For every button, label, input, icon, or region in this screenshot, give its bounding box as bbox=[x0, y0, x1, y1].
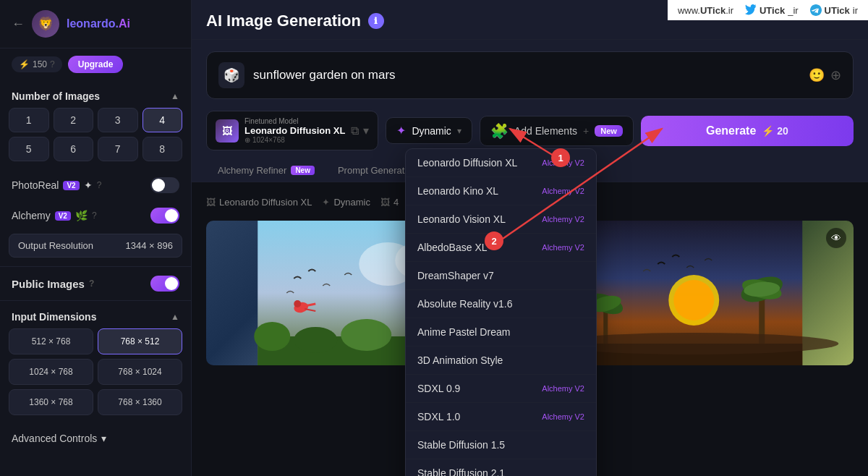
tab-alchemy-badge: New bbox=[291, 166, 315, 175]
dim-1360x768[interactable]: 1360 × 768 bbox=[9, 389, 93, 415]
dim-768x1024[interactable]: 768 × 1024 bbox=[98, 359, 182, 385]
photoreal-toggle[interactable] bbox=[150, 177, 179, 193]
dropdown-item-sdxl09[interactable]: SDXL 0.9 Alchemy V2 bbox=[406, 375, 596, 403]
num-btn-4[interactable]: 4 bbox=[142, 108, 183, 132]
alchemy-help: ? bbox=[92, 211, 97, 221]
advanced-controls-button[interactable]: Advanced Controls ▾ bbox=[0, 424, 191, 453]
dim-768x512[interactable]: 768 × 512 bbox=[98, 328, 182, 354]
dim-grid: 512 × 768 768 × 512 1024 × 768 768 × 102… bbox=[9, 328, 182, 424]
credits-row: ⚡ 150 ? Upgrade bbox=[0, 48, 191, 80]
photoreal-row: PhotoReal V2 ✦ ? bbox=[0, 170, 191, 200]
input-dim-section-header[interactable]: Input Dimensions ▲ bbox=[0, 301, 191, 328]
dropdown-item-anime[interactable]: Anime Pastel Dream bbox=[406, 318, 596, 347]
dropdown-item-lvxl[interactable]: Leonardo Vision XL Alchemy V2 bbox=[406, 205, 596, 234]
photoreal-help: ? bbox=[97, 180, 102, 190]
photoreal-text: PhotoReal bbox=[12, 179, 59, 191]
num-btn-8[interactable]: 8 bbox=[142, 137, 183, 161]
dropdown-item-3d[interactable]: 3D Animation Style bbox=[406, 347, 596, 375]
meta-style-name: Dynamic bbox=[333, 197, 370, 208]
add-elements-button[interactable]: 🧩 Add Elements + New bbox=[480, 116, 634, 146]
dropdown-item-albedo[interactable]: AlbedoBase XL Alchemy V2 bbox=[406, 234, 596, 262]
advanced-chevron-icon: ▾ bbox=[101, 433, 106, 444]
eye-icon-2[interactable]: 👁 bbox=[826, 228, 846, 248]
model-name: Leonardo Diffusion XL bbox=[244, 125, 345, 136]
prompt-input[interactable] bbox=[253, 68, 800, 82]
advanced-controls-label: Advanced Controls bbox=[12, 433, 97, 444]
watermark-telegram: UTickir bbox=[810, 4, 858, 16]
alchemy-label: Alchemy V2 🌿 ? bbox=[12, 210, 97, 221]
alchemy-text: Alchemy bbox=[12, 210, 51, 221]
back-icon[interactable]: ← bbox=[12, 17, 25, 32]
meta-style: ✦ Dynamic bbox=[322, 197, 370, 208]
photoreal-badge: V2 bbox=[63, 181, 79, 190]
add-elements-new-badge: New bbox=[595, 125, 623, 137]
num-images-section-header[interactable]: Number of Images ▲ bbox=[0, 80, 191, 108]
input-dim-title: Input Dimensions bbox=[12, 311, 96, 323]
num-btn-3[interactable]: 3 bbox=[98, 108, 138, 132]
info-icon: ℹ bbox=[368, 13, 384, 29]
dropdown-item-ldxl[interactable]: Leonardo Diffusion XL Alchemy V2 bbox=[406, 149, 596, 177]
credits-help: ? bbox=[50, 59, 55, 69]
prompt-icon-extra[interactable]: ⊕ bbox=[830, 67, 841, 83]
alchemy-star: 🌿 bbox=[75, 210, 88, 221]
dim-1024x768[interactable]: 1024 × 768 bbox=[9, 359, 93, 385]
add-elements-plus: + bbox=[583, 125, 589, 137]
public-images-help: ? bbox=[89, 279, 94, 289]
dropdown-item-sdxl10[interactable]: SDXL 1.0 Alchemy V2 bbox=[406, 403, 596, 431]
num-images-chevron: ▲ bbox=[171, 91, 179, 101]
watermark-twitter: UTick_ir bbox=[745, 4, 799, 16]
dim-512x768[interactable]: 512 × 768 bbox=[9, 328, 93, 354]
public-images-label: Public Images ? bbox=[12, 278, 94, 290]
model-dropdown-icon[interactable]: ▾ bbox=[363, 124, 369, 137]
dim-768x1360[interactable]: 768 × 1360 bbox=[98, 389, 182, 415]
dropdown-item-dreamshaper[interactable]: DreamShaper v7 bbox=[406, 262, 596, 290]
generate-button[interactable]: Generate ⚡ 20 bbox=[641, 116, 854, 146]
model-thumbnail: 🖼 bbox=[216, 119, 239, 143]
input-dim-chevron: ▲ bbox=[171, 312, 179, 322]
lightning-icon: ⚡ bbox=[19, 59, 30, 69]
svg-point-7 bbox=[294, 327, 337, 353]
add-elements-icon: 🧩 bbox=[490, 122, 509, 140]
model-actions: ⧉ ▾ bbox=[351, 124, 369, 137]
prompt-box: 🎲 🙂 ⊕ bbox=[206, 51, 854, 99]
svg-point-8 bbox=[341, 319, 391, 351]
upgrade-button[interactable]: Upgrade bbox=[68, 56, 124, 73]
style-name: Dynamic bbox=[412, 125, 451, 137]
num-btn-2[interactable]: 2 bbox=[54, 108, 94, 132]
meta-count: 🖼 4 bbox=[380, 197, 399, 208]
watermark-url: www.UTick.ir bbox=[678, 5, 733, 16]
style-selector[interactable]: ✦ Dynamic ▾ bbox=[386, 117, 472, 144]
prompt-icon-smiley[interactable]: 🙂 bbox=[809, 67, 825, 83]
model-info: Finetuned Model Leonardo Diffusion XL ⊕ … bbox=[244, 117, 345, 144]
public-images-toggle[interactable] bbox=[150, 276, 179, 292]
num-btn-1[interactable]: 1 bbox=[9, 108, 49, 132]
photoreal-label: PhotoReal V2 ✦ ? bbox=[12, 179, 101, 191]
alchemy-badge: V2 bbox=[55, 211, 71, 221]
gen-cost-value: 20 bbox=[777, 125, 788, 137]
main-content: www.UTick.ir UTick_ir UTickir AI Image G… bbox=[192, 0, 868, 476]
svg-point-4 bbox=[294, 300, 301, 307]
tab-alchemy-refiner[interactable]: Alchemy Refiner New bbox=[206, 159, 326, 182]
dropdown-item-lkxl[interactable]: Leonardo Kino XL Alchemy V2 bbox=[406, 177, 596, 205]
output-resolution: Output Resolution 1344 × 896 bbox=[9, 234, 182, 258]
dropdown-item-sd15[interactable]: Stable Diffusion 1.5 bbox=[406, 431, 596, 459]
meta-model: 🖼 Leonardo Diffusion XL bbox=[206, 197, 312, 208]
model-copy-icon[interactable]: ⧉ bbox=[351, 124, 359, 137]
model-selector[interactable]: 🖼 Finetuned Model Leonardo Diffusion XL … bbox=[206, 111, 378, 150]
dropdown-item-sd21[interactable]: Stable Diffusion 2.1 bbox=[406, 459, 596, 476]
alchemy-toggle[interactable] bbox=[150, 208, 179, 224]
meta-count-value: 4 bbox=[393, 197, 399, 208]
num-btn-5[interactable]: 5 bbox=[9, 137, 49, 161]
num-images-grid: 1 2 3 4 5 6 7 8 bbox=[0, 108, 191, 170]
num-btn-6[interactable]: 6 bbox=[54, 137, 94, 161]
input-dimensions: 512 × 768 768 × 512 1024 × 768 768 × 102… bbox=[0, 328, 191, 424]
svg-point-6 bbox=[254, 322, 290, 351]
prompt-area: 🎲 🙂 ⊕ bbox=[192, 40, 868, 111]
prompt-icon: 🎲 bbox=[218, 62, 244, 88]
num-btn-7[interactable]: 7 bbox=[98, 137, 138, 161]
model-dropdown: Leonardo Diffusion XL Alchemy V2 Leonard… bbox=[405, 148, 597, 476]
avatar: 🦁 bbox=[32, 10, 59, 38]
prompt-icons-right: 🙂 ⊕ bbox=[809, 67, 841, 83]
dropdown-item-absolute[interactable]: Absolute Reality v1.6 bbox=[406, 290, 596, 318]
output-res-label: Output Resolution bbox=[18, 240, 93, 251]
